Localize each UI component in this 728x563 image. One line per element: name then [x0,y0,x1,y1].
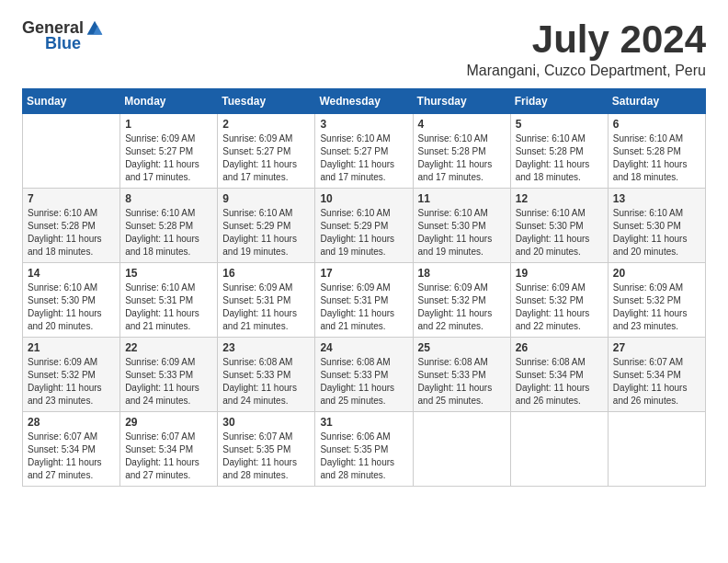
day-info: Sunrise: 6:07 AMSunset: 5:35 PMDaylight:… [222,431,310,482]
calendar-cell: 2Sunrise: 6:09 AMSunset: 5:27 PMDaylight… [218,114,315,189]
calendar-cell [608,412,705,487]
day-info: Sunrise: 6:08 AMSunset: 5:33 PMDaylight:… [320,356,407,408]
day-number: 18 [418,267,506,280]
day-info: Sunrise: 6:10 AMSunset: 5:28 PMDaylight:… [28,207,115,259]
day-number: 24 [320,341,407,354]
day-number: 30 [222,416,310,429]
day-number: 1 [125,118,212,131]
logo-icon [85,19,104,38]
day-info: Sunrise: 6:10 AMSunset: 5:30 PMDaylight:… [613,207,700,259]
calendar-cell: 9Sunrise: 6:10 AMSunset: 5:29 PMDaylight… [218,189,315,263]
day-info: Sunrise: 6:08 AMSunset: 5:34 PMDaylight:… [516,356,603,408]
header-monday: Monday [120,89,218,114]
day-info: Sunrise: 6:07 AMSunset: 5:34 PMDaylight:… [125,431,212,482]
day-info: Sunrise: 6:10 AMSunset: 5:28 PMDaylight:… [125,207,212,259]
calendar-cell: 16Sunrise: 6:09 AMSunset: 5:31 PMDayligh… [218,263,315,338]
header-tuesday: Tuesday [218,89,315,114]
day-number: 26 [516,341,603,354]
day-info: Sunrise: 6:08 AMSunset: 5:33 PMDaylight:… [418,356,506,408]
calendar-cell [510,412,608,487]
day-info: Sunrise: 6:09 AMSunset: 5:32 PMDaylight:… [418,282,506,333]
day-info: Sunrise: 6:08 AMSunset: 5:33 PMDaylight:… [222,356,310,408]
location-title: Marangani, Cuzco Department, Peru [466,63,706,79]
day-number: 4 [418,118,506,131]
day-info: Sunrise: 6:10 AMSunset: 5:28 PMDaylight:… [418,132,506,184]
calendar-cell [413,412,510,487]
calendar-week-5: 28Sunrise: 6:07 AMSunset: 5:34 PMDayligh… [23,412,706,487]
day-info: Sunrise: 6:07 AMSunset: 5:34 PMDaylight:… [613,356,700,408]
calendar-cell: 25Sunrise: 6:08 AMSunset: 5:33 PMDayligh… [413,338,510,412]
calendar-cell: 10Sunrise: 6:10 AMSunset: 5:29 PMDayligh… [315,189,413,263]
day-info: Sunrise: 6:10 AMSunset: 5:28 PMDaylight:… [613,132,700,184]
day-number: 6 [613,118,700,131]
day-number: 19 [516,267,603,280]
calendar-table: SundayMondayTuesdayWednesdayThursdayFrid… [22,88,706,487]
calendar-cell: 23Sunrise: 6:08 AMSunset: 5:33 PMDayligh… [218,338,315,412]
calendar-cell: 12Sunrise: 6:10 AMSunset: 5:30 PMDayligh… [510,189,608,263]
calendar-cell: 1Sunrise: 6:09 AMSunset: 5:27 PMDaylight… [120,114,218,189]
calendar-cell: 27Sunrise: 6:07 AMSunset: 5:34 PMDayligh… [608,338,705,412]
calendar-cell: 15Sunrise: 6:10 AMSunset: 5:31 PMDayligh… [120,263,218,338]
calendar-cell: 4Sunrise: 6:10 AMSunset: 5:28 PMDaylight… [413,114,510,189]
calendar-cell: 28Sunrise: 6:07 AMSunset: 5:34 PMDayligh… [23,412,120,487]
calendar-cell: 13Sunrise: 6:10 AMSunset: 5:30 PMDayligh… [608,189,705,263]
day-number: 23 [222,341,310,354]
calendar-cell: 18Sunrise: 6:09 AMSunset: 5:32 PMDayligh… [413,263,510,338]
day-info: Sunrise: 6:09 AMSunset: 5:32 PMDaylight:… [516,282,603,333]
day-number: 11 [418,192,506,205]
header-friday: Friday [510,89,608,114]
header-thursday: Thursday [413,89,510,114]
day-number: 8 [125,192,212,205]
day-info: Sunrise: 6:09 AMSunset: 5:31 PMDaylight:… [320,282,407,333]
day-number: 25 [418,341,506,354]
day-number: 15 [125,267,212,280]
page-header: General Blue July 2024 Marangani, Cuzco … [22,18,706,79]
calendar-cell: 30Sunrise: 6:07 AMSunset: 5:35 PMDayligh… [218,412,315,487]
day-info: Sunrise: 6:09 AMSunset: 5:33 PMDaylight:… [125,356,212,408]
calendar-header-row: SundayMondayTuesdayWednesdayThursdayFrid… [23,89,706,114]
calendar-cell: 5Sunrise: 6:10 AMSunset: 5:28 PMDaylight… [510,114,608,189]
day-number: 14 [28,267,115,280]
header-sunday: Sunday [23,89,120,114]
calendar-week-3: 14Sunrise: 6:10 AMSunset: 5:30 PMDayligh… [23,263,706,338]
day-info: Sunrise: 6:09 AMSunset: 5:31 PMDaylight:… [222,282,310,333]
day-info: Sunrise: 6:09 AMSunset: 5:27 PMDaylight:… [125,132,212,184]
header-saturday: Saturday [608,89,705,114]
day-number: 22 [125,341,212,354]
calendar-cell: 29Sunrise: 6:07 AMSunset: 5:34 PMDayligh… [120,412,218,487]
day-info: Sunrise: 6:10 AMSunset: 5:30 PMDaylight:… [516,207,603,259]
calendar-cell [23,114,120,189]
day-info: Sunrise: 6:09 AMSunset: 5:32 PMDaylight:… [28,356,115,408]
title-area: July 2024 Marangani, Cuzco Department, P… [466,18,706,79]
calendar-cell: 24Sunrise: 6:08 AMSunset: 5:33 PMDayligh… [315,338,413,412]
day-number: 2 [222,118,310,131]
calendar-cell: 21Sunrise: 6:09 AMSunset: 5:32 PMDayligh… [23,338,120,412]
day-info: Sunrise: 6:10 AMSunset: 5:30 PMDaylight:… [28,282,115,333]
calendar-cell: 31Sunrise: 6:06 AMSunset: 5:35 PMDayligh… [315,412,413,487]
day-number: 28 [28,416,115,429]
day-info: Sunrise: 6:10 AMSunset: 5:31 PMDaylight:… [125,282,212,333]
day-number: 20 [613,267,700,280]
month-title: July 2024 [466,18,706,61]
day-info: Sunrise: 6:09 AMSunset: 5:32 PMDaylight:… [613,282,700,333]
calendar-cell: 14Sunrise: 6:10 AMSunset: 5:30 PMDayligh… [23,263,120,338]
day-info: Sunrise: 6:09 AMSunset: 5:27 PMDaylight:… [222,132,310,184]
day-number: 9 [222,192,310,205]
calendar-cell: 19Sunrise: 6:09 AMSunset: 5:32 PMDayligh… [510,263,608,338]
header-wednesday: Wednesday [315,89,413,114]
day-info: Sunrise: 6:10 AMSunset: 5:29 PMDaylight:… [222,207,310,259]
calendar-week-2: 7Sunrise: 6:10 AMSunset: 5:28 PMDaylight… [23,189,706,263]
calendar-cell: 8Sunrise: 6:10 AMSunset: 5:28 PMDaylight… [120,189,218,263]
calendar-cell: 20Sunrise: 6:09 AMSunset: 5:32 PMDayligh… [608,263,705,338]
day-number: 21 [28,341,115,354]
day-number: 31 [320,416,407,429]
day-number: 29 [125,416,212,429]
day-info: Sunrise: 6:06 AMSunset: 5:35 PMDaylight:… [320,431,407,482]
calendar-week-4: 21Sunrise: 6:09 AMSunset: 5:32 PMDayligh… [23,338,706,412]
day-number: 10 [320,192,407,205]
day-number: 3 [320,118,407,131]
day-info: Sunrise: 6:10 AMSunset: 5:29 PMDaylight:… [320,207,407,259]
calendar-cell: 7Sunrise: 6:10 AMSunset: 5:28 PMDaylight… [23,189,120,263]
calendar-cell: 3Sunrise: 6:10 AMSunset: 5:27 PMDaylight… [315,114,413,189]
day-number: 17 [320,267,407,280]
